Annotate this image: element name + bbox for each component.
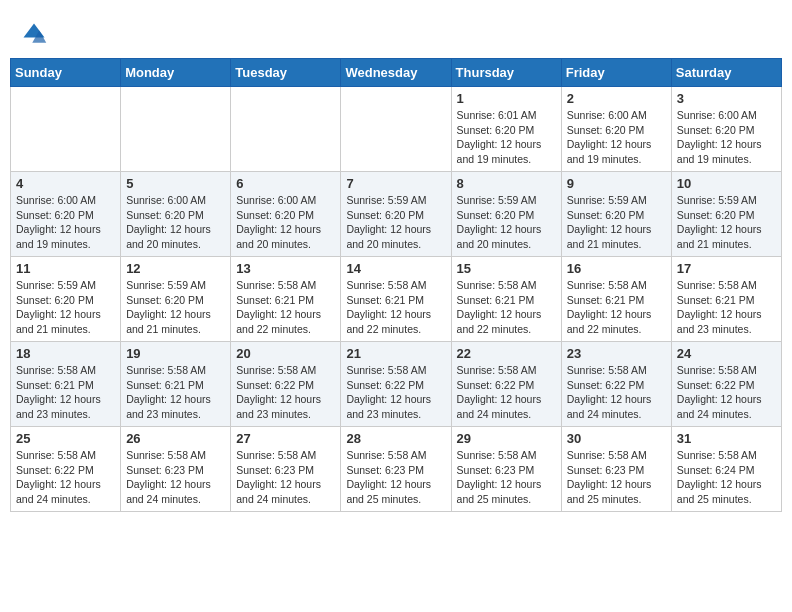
day-info: Sunrise: 5:59 AM Sunset: 6:20 PM Dayligh… (677, 193, 776, 252)
day-info: Sunrise: 6:00 AM Sunset: 6:20 PM Dayligh… (677, 108, 776, 167)
table-row: 25Sunrise: 5:58 AM Sunset: 6:22 PM Dayli… (11, 427, 121, 512)
table-row: 24Sunrise: 5:58 AM Sunset: 6:22 PM Dayli… (671, 342, 781, 427)
calendar-table: SundayMondayTuesdayWednesdayThursdayFrid… (10, 58, 782, 512)
day-number: 9 (567, 176, 666, 191)
day-of-week-header: Sunday (11, 59, 121, 87)
day-number: 31 (677, 431, 776, 446)
day-number: 14 (346, 261, 445, 276)
logo (20, 20, 52, 48)
day-info: Sunrise: 5:58 AM Sunset: 6:21 PM Dayligh… (16, 363, 115, 422)
day-number: 18 (16, 346, 115, 361)
day-info: Sunrise: 5:59 AM Sunset: 6:20 PM Dayligh… (16, 278, 115, 337)
day-number: 29 (457, 431, 556, 446)
day-info: Sunrise: 5:59 AM Sunset: 6:20 PM Dayligh… (567, 193, 666, 252)
day-number: 20 (236, 346, 335, 361)
day-info: Sunrise: 5:58 AM Sunset: 6:21 PM Dayligh… (236, 278, 335, 337)
day-info: Sunrise: 6:00 AM Sunset: 6:20 PM Dayligh… (16, 193, 115, 252)
day-info: Sunrise: 5:58 AM Sunset: 6:23 PM Dayligh… (457, 448, 556, 507)
table-row (121, 87, 231, 172)
table-row: 18Sunrise: 5:58 AM Sunset: 6:21 PM Dayli… (11, 342, 121, 427)
day-of-week-header: Thursday (451, 59, 561, 87)
table-row: 16Sunrise: 5:58 AM Sunset: 6:21 PM Dayli… (561, 257, 671, 342)
table-row: 5Sunrise: 6:00 AM Sunset: 6:20 PM Daylig… (121, 172, 231, 257)
table-row: 19Sunrise: 5:58 AM Sunset: 6:21 PM Dayli… (121, 342, 231, 427)
day-number: 2 (567, 91, 666, 106)
day-info: Sunrise: 6:00 AM Sunset: 6:20 PM Dayligh… (236, 193, 335, 252)
day-number: 3 (677, 91, 776, 106)
day-info: Sunrise: 5:58 AM Sunset: 6:23 PM Dayligh… (236, 448, 335, 507)
table-row: 23Sunrise: 5:58 AM Sunset: 6:22 PM Dayli… (561, 342, 671, 427)
table-row (341, 87, 451, 172)
day-number: 23 (567, 346, 666, 361)
table-row: 15Sunrise: 5:58 AM Sunset: 6:21 PM Dayli… (451, 257, 561, 342)
table-row: 31Sunrise: 5:58 AM Sunset: 6:24 PM Dayli… (671, 427, 781, 512)
day-number: 8 (457, 176, 556, 191)
day-number: 13 (236, 261, 335, 276)
day-info: Sunrise: 5:58 AM Sunset: 6:21 PM Dayligh… (567, 278, 666, 337)
day-of-week-header: Saturday (671, 59, 781, 87)
day-info: Sunrise: 5:58 AM Sunset: 6:21 PM Dayligh… (457, 278, 556, 337)
day-number: 17 (677, 261, 776, 276)
table-row: 2Sunrise: 6:00 AM Sunset: 6:20 PM Daylig… (561, 87, 671, 172)
day-info: Sunrise: 5:58 AM Sunset: 6:22 PM Dayligh… (346, 363, 445, 422)
day-info: Sunrise: 5:58 AM Sunset: 6:21 PM Dayligh… (126, 363, 225, 422)
day-info: Sunrise: 5:58 AM Sunset: 6:22 PM Dayligh… (567, 363, 666, 422)
day-number: 19 (126, 346, 225, 361)
day-info: Sunrise: 5:59 AM Sunset: 6:20 PM Dayligh… (346, 193, 445, 252)
day-number: 16 (567, 261, 666, 276)
table-row: 14Sunrise: 5:58 AM Sunset: 6:21 PM Dayli… (341, 257, 451, 342)
day-info: Sunrise: 5:58 AM Sunset: 6:21 PM Dayligh… (677, 278, 776, 337)
day-number: 21 (346, 346, 445, 361)
table-row (231, 87, 341, 172)
day-of-week-header: Friday (561, 59, 671, 87)
day-info: Sunrise: 6:00 AM Sunset: 6:20 PM Dayligh… (126, 193, 225, 252)
calendar-week-row: 1Sunrise: 6:01 AM Sunset: 6:20 PM Daylig… (11, 87, 782, 172)
calendar-week-row: 25Sunrise: 5:58 AM Sunset: 6:22 PM Dayli… (11, 427, 782, 512)
table-row: 28Sunrise: 5:58 AM Sunset: 6:23 PM Dayli… (341, 427, 451, 512)
table-row: 20Sunrise: 5:58 AM Sunset: 6:22 PM Dayli… (231, 342, 341, 427)
table-row: 9Sunrise: 5:59 AM Sunset: 6:20 PM Daylig… (561, 172, 671, 257)
day-info: Sunrise: 5:59 AM Sunset: 6:20 PM Dayligh… (457, 193, 556, 252)
table-row: 26Sunrise: 5:58 AM Sunset: 6:23 PM Dayli… (121, 427, 231, 512)
calendar-week-row: 18Sunrise: 5:58 AM Sunset: 6:21 PM Dayli… (11, 342, 782, 427)
calendar-header-row: SundayMondayTuesdayWednesdayThursdayFrid… (11, 59, 782, 87)
day-info: Sunrise: 5:58 AM Sunset: 6:23 PM Dayligh… (567, 448, 666, 507)
day-info: Sunrise: 5:58 AM Sunset: 6:23 PM Dayligh… (346, 448, 445, 507)
day-of-week-header: Wednesday (341, 59, 451, 87)
day-number: 11 (16, 261, 115, 276)
table-row: 29Sunrise: 5:58 AM Sunset: 6:23 PM Dayli… (451, 427, 561, 512)
day-number: 27 (236, 431, 335, 446)
table-row: 22Sunrise: 5:58 AM Sunset: 6:22 PM Dayli… (451, 342, 561, 427)
table-row: 8Sunrise: 5:59 AM Sunset: 6:20 PM Daylig… (451, 172, 561, 257)
day-of-week-header: Monday (121, 59, 231, 87)
day-number: 26 (126, 431, 225, 446)
day-number: 7 (346, 176, 445, 191)
day-number: 5 (126, 176, 225, 191)
table-row: 12Sunrise: 5:59 AM Sunset: 6:20 PM Dayli… (121, 257, 231, 342)
table-row: 10Sunrise: 5:59 AM Sunset: 6:20 PM Dayli… (671, 172, 781, 257)
day-number: 30 (567, 431, 666, 446)
day-number: 24 (677, 346, 776, 361)
day-info: Sunrise: 6:01 AM Sunset: 6:20 PM Dayligh… (457, 108, 556, 167)
table-row: 3Sunrise: 6:00 AM Sunset: 6:20 PM Daylig… (671, 87, 781, 172)
day-info: Sunrise: 5:58 AM Sunset: 6:22 PM Dayligh… (677, 363, 776, 422)
page-header (10, 10, 782, 53)
day-number: 22 (457, 346, 556, 361)
day-info: Sunrise: 5:58 AM Sunset: 6:22 PM Dayligh… (236, 363, 335, 422)
table-row: 30Sunrise: 5:58 AM Sunset: 6:23 PM Dayli… (561, 427, 671, 512)
day-number: 25 (16, 431, 115, 446)
table-row: 11Sunrise: 5:59 AM Sunset: 6:20 PM Dayli… (11, 257, 121, 342)
day-number: 1 (457, 91, 556, 106)
day-info: Sunrise: 5:59 AM Sunset: 6:20 PM Dayligh… (126, 278, 225, 337)
day-of-week-header: Tuesday (231, 59, 341, 87)
table-row: 4Sunrise: 6:00 AM Sunset: 6:20 PM Daylig… (11, 172, 121, 257)
day-number: 6 (236, 176, 335, 191)
table-row: 13Sunrise: 5:58 AM Sunset: 6:21 PM Dayli… (231, 257, 341, 342)
table-row: 7Sunrise: 5:59 AM Sunset: 6:20 PM Daylig… (341, 172, 451, 257)
table-row: 6Sunrise: 6:00 AM Sunset: 6:20 PM Daylig… (231, 172, 341, 257)
day-number: 15 (457, 261, 556, 276)
day-number: 10 (677, 176, 776, 191)
day-number: 28 (346, 431, 445, 446)
table-row: 1Sunrise: 6:01 AM Sunset: 6:20 PM Daylig… (451, 87, 561, 172)
logo-icon (20, 20, 48, 48)
